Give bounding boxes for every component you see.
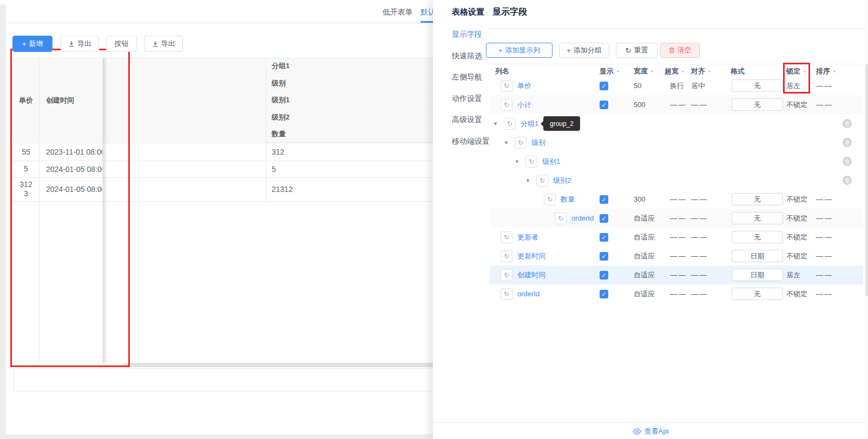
format-select[interactable]: 日期 <box>732 269 783 281</box>
drag-handle-icon[interactable]: ↻ <box>555 212 567 224</box>
format-select[interactable]: 日期 <box>732 250 783 262</box>
clear-button[interactable]: 清空 <box>660 43 700 58</box>
format-select[interactable]: 无 <box>732 98 783 111</box>
column-name[interactable]: 更新者 <box>517 232 538 242</box>
add-button[interactable]: +新增 <box>12 36 52 52</box>
column-name[interactable]: 数量 <box>561 195 575 204</box>
column-name[interactable]: 小计 <box>517 100 531 110</box>
drag-handle-icon[interactable]: ↻ <box>544 194 556 205</box>
column-name[interactable]: 级别 <box>531 138 545 148</box>
drag-handle-icon[interactable]: ↻ <box>501 288 512 300</box>
column-name-link[interactable]: 级别1 <box>542 152 560 171</box>
show-checkbox[interactable]: ✓ <box>600 252 608 261</box>
drawer-scrollbar-thumb[interactable] <box>865 64 868 296</box>
drag-handle-icon[interactable]: ↻ <box>525 156 537 168</box>
settings-col-header-4[interactable]: 超宽▼ <box>665 66 685 76</box>
collapse-arrow-icon[interactable]: ▼ <box>515 159 520 164</box>
column-name-link[interactable]: 分组1 <box>521 114 538 133</box>
caret-down-icon[interactable]: ▼ <box>707 69 712 74</box>
collapse-arrow-icon[interactable]: ▼ <box>504 140 509 145</box>
column-name-link[interactable]: 创建时间 <box>517 265 545 284</box>
width-value: 500 <box>634 95 646 114</box>
tab-lowopen-form[interactable]: 低开表单 <box>383 8 413 17</box>
format-select[interactable]: 无 <box>732 288 783 300</box>
column-name-link[interactable]: 级别 <box>531 133 545 152</box>
delete-group-icon[interactable] <box>843 157 852 166</box>
caret-down-icon[interactable]: ▼ <box>650 69 654 74</box>
delete-group-icon[interactable] <box>843 138 852 147</box>
format-select[interactable]: 无 <box>732 193 783 205</box>
settings-col-header-2[interactable]: 显示▼ <box>600 66 620 76</box>
collapse-arrow-icon[interactable]: ▼ <box>525 178 530 183</box>
cell-created: 2024-01-05 08:00 <box>40 177 103 201</box>
caret-down-icon[interactable]: ▼ <box>803 69 807 74</box>
caret-down-icon[interactable]: ▼ <box>681 69 685 74</box>
caret-down-icon[interactable]: ▼ <box>832 69 837 74</box>
drag-handle-icon[interactable]: ↻ <box>504 118 516 130</box>
drag-handle-icon[interactable]: ↻ <box>501 231 512 243</box>
export-button-2[interactable]: 导出 <box>144 36 183 52</box>
column-name-link[interactable]: orderId <box>571 209 594 228</box>
reset-button[interactable]: ↻重置 <box>616 43 657 58</box>
column-name-link[interactable]: 更新者 <box>517 228 538 247</box>
show-checkbox[interactable]: ✓ <box>600 290 608 298</box>
sidebar-item-6[interactable]: 移动端设置 <box>452 137 490 147</box>
show-checkbox[interactable]: ✓ <box>600 233 608 242</box>
title-divider <box>489 28 868 29</box>
sidebar-item-4[interactable]: 动作设置 <box>452 94 482 104</box>
column-name-link[interactable]: orderId <box>517 284 540 303</box>
drag-handle-icon[interactable]: ↻ <box>501 99 512 111</box>
delete-group-icon[interactable] <box>843 176 852 185</box>
add-group-button[interactable]: +添加分组 <box>559 43 609 58</box>
column-name-link[interactable]: 单价 <box>517 76 531 95</box>
settings-col-header-3[interactable]: 宽度▼ <box>634 66 654 76</box>
drag-handle-icon[interactable]: ↻ <box>536 175 548 187</box>
column-name[interactable]: 创建时间 <box>517 270 545 280</box>
tab-default[interactable]: 默认 <box>420 8 433 17</box>
show-checkbox[interactable]: ✓ <box>600 195 608 204</box>
settings-row-级别2: ▼↻级别2 <box>490 171 863 190</box>
column-name[interactable]: orderId <box>571 214 594 222</box>
column-name[interactable]: 级别2 <box>553 176 571 185</box>
settings-row-更新者: ↻更新者✓自适应————无不锁定—— <box>490 228 863 247</box>
add-display-column-button[interactable]: +添加显示列 <box>486 43 553 58</box>
drag-handle-icon[interactable]: ↻ <box>515 137 527 149</box>
column-name-link[interactable]: 更新时间 <box>517 247 545 265</box>
column-name[interactable]: orderId <box>517 290 540 298</box>
column-name-link[interactable]: 小计 <box>517 95 531 114</box>
settings-col-header-7[interactable]: 锁定▼ <box>786 66 807 76</box>
column-name[interactable]: 单价 <box>517 81 531 91</box>
show-checkbox[interactable]: ✓ <box>600 101 608 109</box>
delete-group-icon[interactable] <box>843 119 852 128</box>
sidebar-item-1[interactable]: 显示字段 <box>452 30 482 39</box>
column-name[interactable]: 级别1 <box>542 157 560 167</box>
settings-col-header-8[interactable]: 排序▼ <box>816 66 837 76</box>
drag-handle-icon[interactable]: ↻ <box>501 250 512 262</box>
column-name-link[interactable]: 级别2 <box>553 171 571 190</box>
column-name[interactable]: 更新时间 <box>517 251 545 261</box>
format-select[interactable]: 无 <box>732 79 783 92</box>
format-select[interactable]: 无 <box>732 212 783 224</box>
width-value: 自适应 <box>634 247 655 265</box>
download-icon <box>68 41 75 47</box>
sidebar-item-5[interactable]: 高级设置 <box>452 115 482 125</box>
caret-down-icon[interactable]: ▼ <box>616 69 620 74</box>
export-button-1[interactable]: 导出 <box>61 36 99 52</box>
width-value: 自适应 <box>634 209 655 228</box>
show-checkbox[interactable]: ✓ <box>600 214 608 223</box>
view-api-link[interactable]: 查看Api <box>433 422 868 439</box>
settings-col-header-5[interactable]: 对齐▼ <box>691 66 712 76</box>
horizontal-scrollbar[interactable] <box>123 363 433 367</box>
drag-handle-icon[interactable]: ↻ <box>501 269 512 281</box>
generic-button[interactable]: 按钮 <box>106 36 137 52</box>
show-checkbox[interactable]: ✓ <box>600 271 608 280</box>
sidebar-item-3[interactable]: 左侧导航 <box>452 72 482 82</box>
collapse-arrow-icon[interactable]: ▼ <box>493 121 498 127</box>
settings-row-数量: ↻数量✓300————无不锁定—— <box>490 190 863 209</box>
sidebar-item-2[interactable]: 快速筛选 <box>452 51 482 61</box>
column-name[interactable]: 分组1 <box>521 119 538 129</box>
column-name-link[interactable]: 数量 <box>561 190 575 209</box>
format-select[interactable]: 无 <box>732 231 783 243</box>
show-checkbox[interactable]: ✓ <box>600 82 608 90</box>
drag-handle-icon[interactable]: ↻ <box>501 80 512 92</box>
